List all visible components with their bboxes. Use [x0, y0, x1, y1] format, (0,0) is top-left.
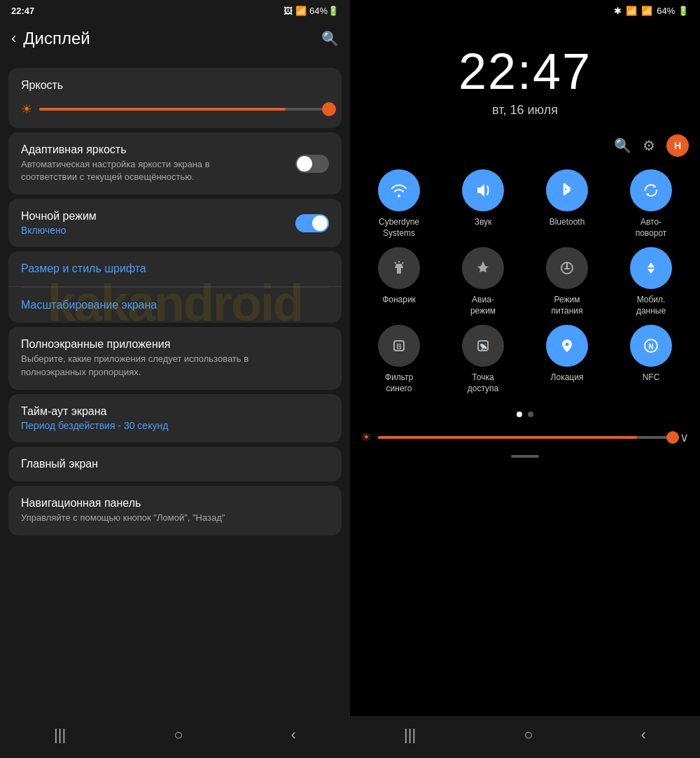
back-button[interactable]: ‹ Дисплей: [11, 29, 90, 48]
brightness-slider-right[interactable]: [378, 436, 673, 439]
homescreen-item[interactable]: Главный экран: [8, 447, 342, 482]
tile-autorotate-circle: [630, 169, 672, 211]
brightness-thumb-right[interactable]: [666, 431, 679, 444]
night-section: Ночной режим Включено: [8, 199, 342, 247]
time-left: 22:47: [11, 6, 34, 16]
search-icon[interactable]: 🔍: [321, 30, 339, 47]
search-quick-icon[interactable]: 🔍: [614, 137, 631, 154]
tile-location[interactable]: Локация: [529, 325, 605, 394]
tile-autorotate-label: Авто-поворот: [636, 217, 667, 239]
navpanel-item[interactable]: Навигационная панель Управляйте с помощь…: [8, 486, 342, 535]
tile-sound-label: Звук: [475, 217, 492, 228]
tile-bluefilter-circle: B: [378, 325, 420, 367]
tile-power-label: Режимпитания: [551, 295, 582, 316]
header-left: ‹ Дисплей 🔍: [0, 22, 350, 58]
brightness-section: Яркость ☀: [8, 68, 342, 128]
tile-data-circle: [630, 247, 672, 289]
timeout-item[interactable]: Тайм-аут экрана Период бездействия - 30 …: [8, 394, 342, 442]
tile-location-label: Локация: [551, 372, 584, 384]
tile-hotspot[interactable]: 📡 Точкадоступа: [445, 325, 521, 394]
svg-line-3: [395, 262, 396, 264]
left-panel: 22:47 🖼 📶 64%🔋 ‹ Дисплей 🔍 kakandroid Яр…: [0, 0, 350, 758]
home-button-right[interactable]: ○: [524, 726, 533, 744]
timeout-label: Тайм-аут экрана: [21, 405, 168, 418]
settings-content: Яркость ☀ Адаптивная яркость Автоматичес…: [0, 58, 350, 716]
tile-autorotate[interactable]: Авто-поворот: [613, 169, 689, 239]
fullscreen-subtitle: Выберите, какие приложения следует испол…: [21, 353, 259, 378]
tile-wifi-label: CyberdyneSystems: [379, 217, 419, 239]
adaptive-text: Адаптивная яркость Автоматическая настро…: [21, 143, 259, 183]
scale-label: Масштабирование экрана: [21, 299, 157, 311]
svg-text:N: N: [648, 343, 653, 351]
recent-apps-button-right[interactable]: |||: [404, 726, 416, 744]
svg-line-4: [402, 262, 404, 264]
homescreen-section: Главный экран: [8, 447, 342, 482]
night-toggle[interactable]: [295, 214, 329, 232]
tile-bluefilter-label: Фильтрсинего: [385, 372, 413, 394]
signal-icon-right: 📶: [641, 6, 652, 16]
fullscreen-item[interactable]: Полноэкранные приложения Выберите, какие…: [8, 327, 342, 389]
bluetooth-icon: ✱: [614, 6, 622, 16]
wifi-icon: 📶: [295, 6, 307, 16]
back-nav-button[interactable]: ‹: [291, 726, 296, 744]
tile-bluefilter[interactable]: B Фильтрсинего: [361, 325, 437, 394]
bottom-handle: [511, 455, 539, 458]
svg-rect-0: [397, 268, 401, 274]
brightness-slider[interactable]: [39, 108, 329, 111]
tile-location-circle: [546, 325, 588, 367]
adaptive-item[interactable]: Адаптивная яркость Автоматическая настро…: [8, 132, 342, 195]
tile-torch-label: Фонарик: [382, 295, 416, 306]
avatar[interactable]: H: [666, 134, 689, 157]
night-item[interactable]: Ночной режим Включено: [8, 199, 342, 247]
adaptive-subtitle: Автоматическая настройка яркости экрана …: [21, 158, 259, 183]
fullscreen-section: Полноэкранные приложения Выберите, какие…: [8, 327, 342, 389]
tile-airplane-circle: [462, 247, 504, 289]
navpanel-subtitle: Управляйте с помощью кнопок "Ломой", "На…: [21, 512, 225, 524]
timeout-section: Тайм-аут экрана Период бездействия - 30 …: [8, 394, 342, 442]
brightness-thumb[interactable]: [322, 102, 336, 116]
tile-torch[interactable]: Фонарик: [361, 247, 437, 316]
battery-right: 64% 🔋: [657, 6, 689, 16]
font-item[interactable]: Размер и стиль шрифта: [8, 251, 342, 287]
font-label: Размер и стиль шрифта: [21, 262, 146, 275]
tile-wifi[interactable]: CyberdyneSystems: [361, 169, 437, 239]
tile-bluetooth[interactable]: Bluetooth: [529, 169, 605, 239]
recent-apps-button[interactable]: |||: [54, 726, 66, 744]
status-bar-right: ✱ 📶 📶 64% 🔋: [350, 0, 700, 22]
quick-tiles: CyberdyneSystems Звук Bluetooth: [350, 164, 700, 400]
wifi-icon-right: 📶: [626, 6, 637, 16]
navpanel-label: Навигационная панель: [21, 497, 225, 510]
tile-power[interactable]: Режимпитания: [529, 247, 605, 316]
expand-icon[interactable]: ∨: [680, 430, 689, 445]
page-indicators: [350, 400, 700, 424]
brightness-fill: [39, 108, 286, 111]
tile-nfc[interactable]: N NFC: [613, 325, 689, 394]
brightness-fill-right: [378, 436, 637, 439]
tile-airplane[interactable]: Авиа-режим: [445, 247, 521, 316]
navpanel-section: Навигационная панель Управляйте с помощь…: [8, 486, 342, 535]
svg-marker-1: [395, 264, 403, 268]
tile-hotspot-label: Точкадоступа: [468, 372, 498, 394]
scale-item[interactable]: Масштабирование экрана: [8, 288, 342, 323]
tile-power-circle: [546, 247, 588, 289]
adaptive-label: Адаптивная яркость: [21, 143, 259, 156]
home-button[interactable]: ○: [174, 726, 183, 744]
bottom-nav-left: ||| ○ ‹: [0, 716, 350, 758]
navpanel-text: Навигационная панель Управляйте с помощь…: [21, 497, 225, 524]
night-status: Включено: [21, 225, 97, 236]
adaptive-toggle[interactable]: [295, 155, 329, 173]
tile-sound[interactable]: Звук: [445, 169, 521, 239]
sun-icon-right: ☀: [361, 430, 371, 444]
back-nav-button-right[interactable]: ‹: [641, 726, 646, 744]
tile-data-label: Мобил.данные: [636, 295, 666, 316]
font-section: Размер и стиль шрифта Масштабирование эк…: [8, 251, 342, 323]
settings-quick-icon[interactable]: ⚙: [643, 137, 655, 154]
brightness-label: Яркость: [21, 79, 329, 92]
tile-bluetooth-label: Bluetooth: [550, 217, 585, 228]
tile-data[interactable]: Мобил.данные: [613, 247, 689, 316]
quick-controls-header: 🔍 ⚙ H: [350, 125, 700, 164]
tile-nfc-circle: N: [630, 325, 672, 367]
clock-display: 22:47 вт, 16 июля: [350, 22, 700, 125]
page-dot-1: [517, 412, 522, 417]
toggle-circle-night: [312, 216, 328, 231]
